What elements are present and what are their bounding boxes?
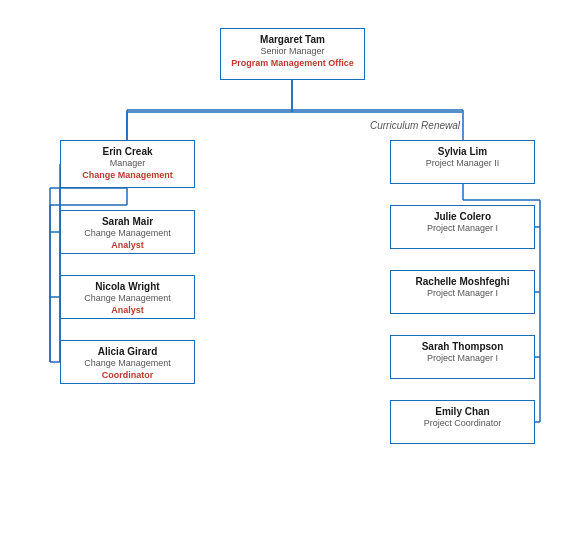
title-sylvia: Project Manager II (397, 158, 528, 170)
name-sarah-mair: Sarah Mair (67, 215, 188, 228)
org-chart: Margaret Tam Senior Manager Program Mana… (0, 0, 585, 555)
name-alicia: Alicia Girard (67, 345, 188, 358)
title-sarah-mair: Change Management (67, 228, 188, 240)
name-emily: Emily Chan (397, 405, 528, 418)
node-nicola: Nicola Wright Change Management Analyst (60, 275, 195, 319)
dept-sarah-mair: Analyst (67, 240, 188, 252)
node-julie: Julie Colero Project Manager I (390, 205, 535, 249)
title-julie: Project Manager I (397, 223, 528, 235)
node-sylvia: Sylvia Lim Project Manager II (390, 140, 535, 184)
name-margaret: Margaret Tam (227, 33, 358, 46)
node-erin: Erin Creak Manager Change Management (60, 140, 195, 188)
node-margaret: Margaret Tam Senior Manager Program Mana… (220, 28, 365, 80)
node-sarah-mair: Sarah Mair Change Management Analyst (60, 210, 195, 254)
dept-margaret: Program Management Office (227, 58, 358, 70)
node-sarah-thompson: Sarah Thompson Project Manager I (390, 335, 535, 379)
title-margaret: Senior Manager (227, 46, 358, 58)
node-emily: Emily Chan Project Coordinator (390, 400, 535, 444)
name-rachelle: Rachelle Moshfeghi (397, 275, 528, 288)
title-erin: Manager (67, 158, 188, 170)
name-julie: Julie Colero (397, 210, 528, 223)
node-alicia: Alicia Girard Change Management Coordina… (60, 340, 195, 384)
title-sarah-thompson: Project Manager I (397, 353, 528, 365)
name-erin: Erin Creak (67, 145, 188, 158)
name-sylvia: Sylvia Lim (397, 145, 528, 158)
curriculum-label: Curriculum Renewal (370, 120, 460, 131)
node-rachelle: Rachelle Moshfeghi Project Manager I (390, 270, 535, 314)
title-alicia: Change Management (67, 358, 188, 370)
name-nicola: Nicola Wright (67, 280, 188, 293)
dept-alicia: Coordinator (67, 370, 188, 382)
dept-nicola: Analyst (67, 305, 188, 317)
name-sarah-thompson: Sarah Thompson (397, 340, 528, 353)
dept-erin: Change Management (67, 170, 188, 182)
title-emily: Project Coordinator (397, 418, 528, 430)
title-rachelle: Project Manager I (397, 288, 528, 300)
title-nicola: Change Management (67, 293, 188, 305)
